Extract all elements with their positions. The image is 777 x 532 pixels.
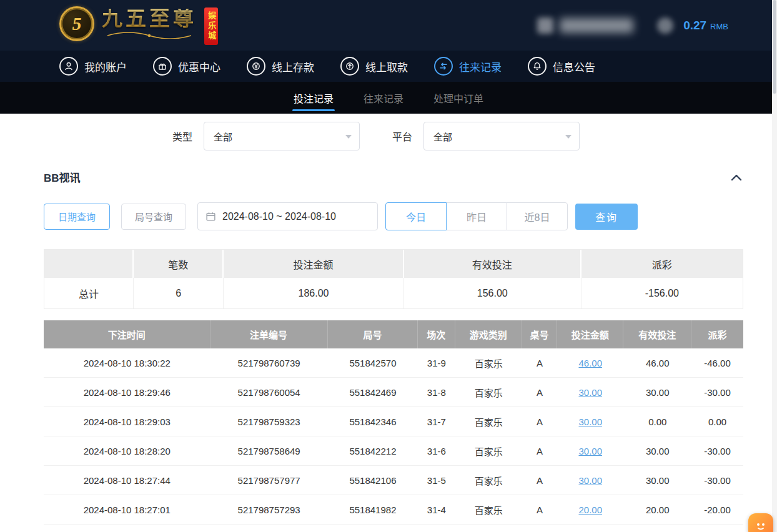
brand-name: 九五至尊 — [102, 9, 197, 29]
bet-time-cell: 2024-08-10 18:30:22 — [44, 348, 210, 378]
bet-amount-link[interactable]: 30.00 — [578, 446, 602, 456]
nav-item-my-account[interactable]: 我的账户 — [59, 57, 127, 76]
table-row: 2024-08-10 18:29:46521798760054551842469… — [44, 378, 743, 407]
table-row: 2024-08-10 18:28:20521798758649551842212… — [44, 436, 743, 466]
bet-amount-cell: 20.00 — [557, 495, 623, 525]
summary-header-valid-bet: 有效投注 — [404, 250, 582, 278]
bell-icon — [528, 57, 547, 76]
yesterday-button[interactable]: 昨日 — [446, 202, 507, 230]
header-valid-bet: 有效投注 — [623, 320, 691, 348]
scrollbar-thumb[interactable] — [773, 0, 776, 94]
game-type-cell: 百家乐 — [455, 495, 523, 525]
top-header: 5 九五至尊 娱乐城 0.27 RMB — [0, 0, 777, 51]
filter-row: 类型 全部 平台 全部 — [0, 122, 765, 150]
summary-table: 笔数 投注金额 有效投注 派彩 总计 6 186.00 156.00 -156.… — [44, 249, 743, 309]
tab-bet-records[interactable]: 投注记录 — [292, 82, 335, 114]
table-row: 2024-08-10 18:29:03521798759323551842346… — [44, 407, 743, 436]
table-no-cell: A — [522, 348, 557, 378]
session-cell: 31-5 — [418, 466, 455, 495]
user-avatar[interactable] — [537, 17, 553, 34]
balance-amount: 0.27 — [683, 19, 706, 32]
tab-processing-orders[interactable]: 处理中订单 — [432, 82, 485, 114]
tab-transaction-records[interactable]: 往来记录 — [362, 82, 405, 114]
total-payout: -156.00 — [582, 278, 743, 308]
payout-cell: -30.00 — [691, 466, 743, 495]
nav-label: 线上存款 — [272, 59, 314, 74]
bet-amount-link[interactable]: 46.00 — [578, 358, 602, 368]
date-range-input[interactable]: 2024-08-10 ~ 2024-08-10 — [197, 202, 378, 230]
session-cell: 31-6 — [418, 436, 455, 466]
header-round-no: 局号 — [328, 320, 418, 348]
bet-amount-link[interactable]: 20.00 — [578, 505, 602, 515]
nav-label: 信息公告 — [553, 59, 595, 74]
bet-amount-link[interactable]: 30.00 — [578, 416, 602, 427]
brand-logo[interactable]: 5 九五至尊 娱乐城 — [59, 6, 218, 45]
platform-select-value: 全部 — [433, 130, 452, 143]
search-button[interactable]: 查询 — [575, 204, 638, 230]
table-no-cell: A — [522, 436, 557, 466]
table-no-cell: A — [522, 407, 557, 436]
chevron-down-icon — [345, 135, 352, 139]
user-icon — [59, 57, 78, 76]
nav-item-promotions[interactable]: 优惠中心 — [153, 57, 220, 76]
bet-amount-cell: 30.00 — [557, 466, 623, 495]
main-nav: 我的账户 优惠中心 线上存款 线上取款 往来记录 信息公告 — [0, 51, 777, 82]
date-range-value: 2024-08-10 ~ 2024-08-10 — [222, 211, 336, 222]
table-no-cell: A — [522, 378, 557, 407]
valid-bet-cell: 0.00 — [623, 407, 691, 436]
scrollbar-track[interactable] — [772, 0, 777, 532]
table-row: 2024-08-10 18:27:44521798757977551842106… — [44, 466, 743, 495]
bet-amount-link[interactable]: 30.00 — [578, 387, 602, 398]
bet-amount-link[interactable]: 30.00 — [578, 475, 602, 486]
summary-header-bet-amount: 投注金额 — [224, 250, 403, 278]
brand-emblem-icon: 5 — [59, 6, 94, 41]
bet-id-cell: 521798760739 — [210, 348, 328, 378]
coin-icon — [657, 17, 673, 34]
header-bet-id: 注单编号 — [210, 320, 328, 348]
nav-item-transaction-records[interactable]: 往来记录 — [434, 57, 502, 76]
platform-filter-label: 平台 — [392, 129, 412, 144]
game-type-cell: 百家乐 — [455, 436, 523, 466]
platform-select[interactable]: 全部 — [423, 122, 580, 150]
total-valid-bet: 156.00 — [404, 278, 582, 308]
gold-flourish-icon — [102, 31, 196, 39]
detail-table: 下注时间 注单编号 局号 场次 游戏类别 桌号 投注金额 有效投注 派彩 202… — [44, 320, 743, 525]
nav-item-deposit[interactable]: 线上存款 — [247, 57, 314, 76]
bet-time-cell: 2024-08-10 18:27:44 — [44, 466, 210, 495]
collapse-chevron-icon[interactable] — [730, 172, 743, 182]
round-query-button[interactable]: 局号查询 — [121, 204, 186, 230]
last-8-days-button[interactable]: 近8日 — [507, 202, 568, 230]
balance-currency: RMB — [710, 22, 728, 31]
payout-cell: 0.00 — [691, 407, 743, 436]
header-game-type: 游戏类别 — [455, 320, 523, 348]
round-no-cell: 551841982 — [328, 495, 418, 525]
transfer-records-icon — [434, 57, 453, 76]
nav-item-announcements[interactable]: 信息公告 — [528, 57, 595, 76]
date-query-button[interactable]: 日期查询 — [44, 204, 110, 230]
today-button[interactable]: 今日 — [385, 202, 447, 230]
total-count: 6 — [134, 278, 224, 308]
header-table-no: 桌号 — [522, 320, 557, 348]
type-select-value: 全部 — [214, 130, 232, 143]
payout-cell: -20.00 — [691, 495, 743, 525]
bet-id-cell: 521798759323 — [210, 407, 328, 436]
header-session: 场次 — [418, 320, 455, 348]
nav-label: 线上取款 — [365, 59, 408, 74]
valid-bet-cell: 46.00 — [623, 348, 691, 378]
payout-cell: -46.00 — [691, 348, 743, 378]
round-no-cell: 551842469 — [328, 378, 418, 407]
gift-icon — [153, 57, 172, 76]
bet-id-cell: 521798758649 — [210, 436, 328, 466]
session-cell: 31-4 — [418, 495, 455, 525]
username-redacted — [560, 18, 633, 33]
customer-service-widget[interactable] — [748, 513, 773, 532]
nav-item-withdraw[interactable]: 线上取款 — [340, 57, 408, 76]
type-select[interactable]: 全部 — [204, 122, 360, 150]
round-no-cell: 551842212 — [328, 436, 418, 466]
game-type-cell: 百家乐 — [455, 378, 523, 407]
table-row: 2024-08-10 18:30:22521798760739551842570… — [44, 348, 743, 378]
game-type-cell: 百家乐 — [455, 407, 523, 436]
nav-label: 优惠中心 — [178, 59, 220, 74]
total-bet-amount: 186.00 — [224, 278, 403, 308]
table-no-cell: A — [522, 466, 557, 495]
